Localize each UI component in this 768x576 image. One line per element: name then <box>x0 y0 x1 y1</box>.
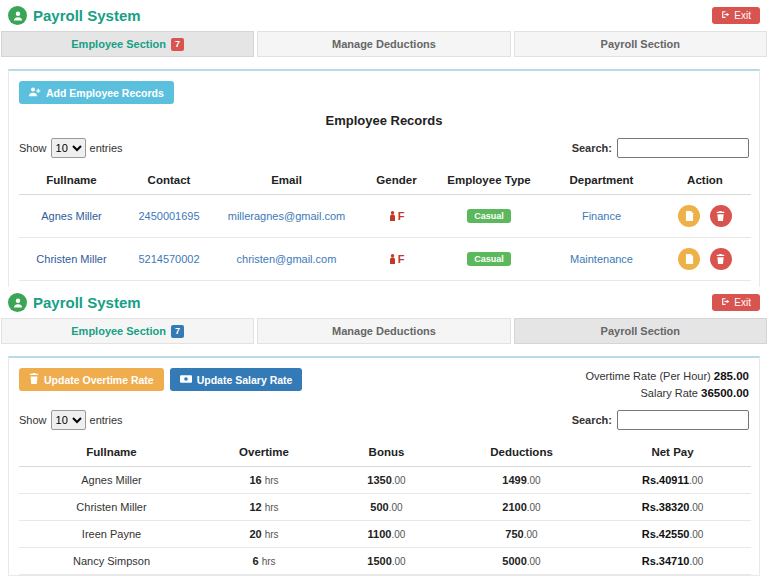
table-row: Nancy Simpson 6 hrs 1500.00 5000.00 Rs.3… <box>19 548 751 575</box>
col-email: Email <box>214 166 359 195</box>
cell-deductions: 5000.00 <box>449 548 594 575</box>
person-icon <box>389 254 396 264</box>
cell-contact: 5214570002 <box>124 238 214 281</box>
search-input[interactable] <box>617 138 749 158</box>
tab-payroll-section[interactable]: Payroll Section <box>514 31 767 57</box>
employee-records-card: Add Employee Records Employee Records Sh… <box>8 69 760 287</box>
cell-netpay: Rs.38320.00 <box>594 494 751 521</box>
payroll-card: Update Overtime Rate Update Salary Rate … <box>8 356 760 576</box>
app-title: Payroll System <box>33 294 141 311</box>
edit-button[interactable] <box>678 205 700 227</box>
employee-screen: Payroll System Exit Employee Section 7 M… <box>0 0 768 287</box>
entries-label: entries <box>90 414 123 426</box>
rates-row: Update Overtime Rate Update Salary Rate … <box>19 368 749 402</box>
cell-fullname: Christen Miller <box>19 494 204 521</box>
search-control: Search: <box>572 138 749 158</box>
exit-button[interactable]: Exit <box>712 7 760 24</box>
table-row: Agnes Miller 16 hrs 1350.00 1499.00 Rs.4… <box>19 467 751 494</box>
entries-select[interactable]: 10 <box>51 410 86 430</box>
cell-gender: F <box>359 195 434 238</box>
cell-overtime: 16 hrs <box>204 467 324 494</box>
employee-table-header: Fullname Contact Email Gender Employee T… <box>19 166 751 195</box>
tab-employee-section[interactable]: Employee Section 7 <box>1 31 254 57</box>
table-controls: Show 10 entries Search: <box>19 138 749 158</box>
employee-table: Fullname Contact Email Gender Employee T… <box>19 166 751 287</box>
overtime-rate-label: Overtime Rate (Per Hour) <box>585 370 710 382</box>
trash-icon <box>716 211 725 221</box>
col-contact: Contact <box>124 166 214 195</box>
cell-employee-type: Casual <box>434 238 544 281</box>
search-input[interactable] <box>617 410 749 430</box>
update-salary-label: Update Salary Rate <box>197 374 293 386</box>
cell-overtime: 20 hrs <box>204 521 324 548</box>
tab-deductions-label: Manage Deductions <box>332 325 436 337</box>
show-entries-control: Show 10 entries <box>19 138 123 158</box>
cell-deductions: 750.00 <box>449 521 594 548</box>
exit-label: Exit <box>734 297 751 308</box>
cell-fullname: Agnes Miller <box>19 195 124 238</box>
employee-count-badge: 7 <box>171 38 184 51</box>
tab-manage-deductions[interactable]: Manage Deductions <box>257 31 510 57</box>
table-row: Agnes Miller 2450001695 milleragnes@gmai… <box>19 195 751 238</box>
edit-button[interactable] <box>678 248 700 270</box>
rate-values: Overtime Rate (Per Hour) 285.00 Salary R… <box>585 368 749 402</box>
cell-netpay: Rs.40911.00 <box>594 467 751 494</box>
tab-employee-label: Employee Section <box>71 38 166 50</box>
update-overtime-rate-button[interactable]: Update Overtime Rate <box>19 368 164 391</box>
employee-count-badge: 7 <box>171 325 184 338</box>
tab-manage-deductions[interactable]: Manage Deductions <box>257 318 510 344</box>
person-icon <box>389 211 396 221</box>
entries-select[interactable]: 10 <box>51 138 86 158</box>
tab-employee-label: Employee Section <box>71 325 166 337</box>
tab-employee-section[interactable]: Employee Section 7 <box>1 318 254 344</box>
cell-action <box>659 195 751 238</box>
update-salary-rate-button[interactable]: Update Salary Rate <box>170 368 303 391</box>
type-badge: Casual <box>467 209 511 223</box>
salary-rate-label: Salary Rate <box>640 387 697 399</box>
tab-payroll-label: Payroll Section <box>601 38 680 50</box>
exit-icon <box>721 10 730 21</box>
cell-bonus: 1100.00 <box>324 521 449 548</box>
cell-bonus: 1350.00 <box>324 467 449 494</box>
table-row: Christen Miller 12 hrs 500.00 2100.00 Rs… <box>19 494 751 521</box>
cell-employee-type: Casual <box>434 195 544 238</box>
search-label: Search: <box>572 142 612 154</box>
cell-deductions: 2100.00 <box>449 494 594 521</box>
col-department: Department <box>544 166 659 195</box>
col-action: Action <box>659 166 751 195</box>
cell-department: Finance <box>544 195 659 238</box>
app-logo-icon <box>8 6 27 25</box>
type-badge: Casual <box>467 252 511 266</box>
col-employee-type: Employee Type <box>434 166 544 195</box>
payroll-screen: Payroll System Exit Employee Section 7 M… <box>0 287 768 576</box>
file-icon <box>685 254 694 264</box>
rate-buttons: Update Overtime Rate Update Salary Rate <box>19 368 302 391</box>
cell-overtime: 12 hrs <box>204 494 324 521</box>
cell-bonus: 1500.00 <box>324 548 449 575</box>
exit-button[interactable]: Exit <box>712 294 760 311</box>
exit-icon <box>721 297 730 308</box>
trash-icon <box>716 254 725 264</box>
col-fullname: Fullname <box>19 166 124 195</box>
delete-button[interactable] <box>710 205 732 227</box>
tab-payroll-label: Payroll Section <box>601 325 680 337</box>
overtime-rate-icon <box>29 373 39 386</box>
cell-netpay: Rs.42550.00 <box>594 521 751 548</box>
table-row: Ireen Payne 20 hrs 1100.00 750.00 Rs.425… <box>19 521 751 548</box>
tab-deductions-label: Manage Deductions <box>332 38 436 50</box>
table-controls: Show 10 entries Search: <box>19 410 749 430</box>
salary-rate-icon <box>180 374 192 386</box>
person-add-icon <box>29 86 41 99</box>
delete-button[interactable] <box>710 248 732 270</box>
show-entries-control: Show 10 entries <box>19 410 123 430</box>
add-employee-label: Add Employee Records <box>46 87 164 99</box>
add-employee-button[interactable]: Add Employee Records <box>19 81 174 104</box>
table-row: Christen Miller 5214570002 christen@gmai… <box>19 238 751 281</box>
cell-fullname: Nancy Simpson <box>19 548 204 575</box>
cell-netpay: Rs.34710.00 <box>594 548 751 575</box>
tab-payroll-section[interactable]: Payroll Section <box>514 318 767 344</box>
tab-bar: Employee Section 7 Manage Deductions Pay… <box>0 31 768 57</box>
cell-deductions: 1499.00 <box>449 467 594 494</box>
cell-fullname: Christen Miller <box>19 238 124 281</box>
file-icon <box>685 211 694 221</box>
